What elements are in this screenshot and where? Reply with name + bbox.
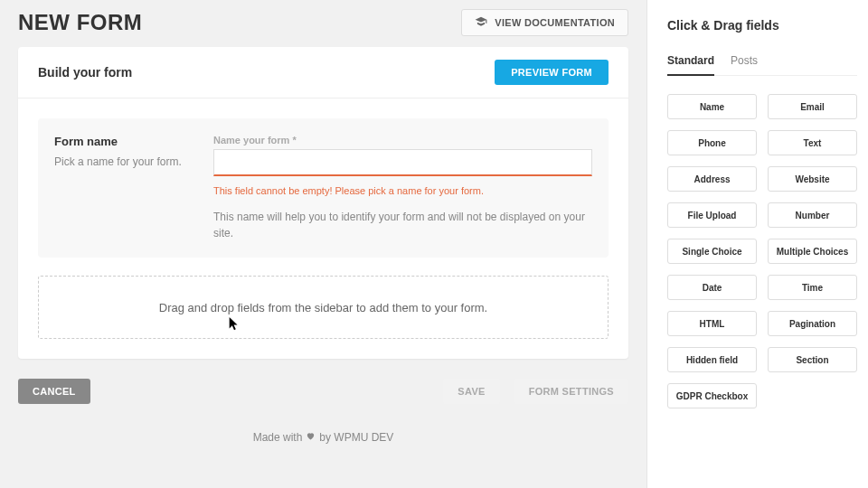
- footer-prefix: Made with: [253, 431, 303, 444]
- field-tile-email[interactable]: Email: [768, 94, 857, 119]
- field-tile-website[interactable]: Website: [768, 166, 857, 192]
- field-tile-single-choice[interactable]: Single Choice: [667, 239, 757, 264]
- form-name-input[interactable]: [213, 149, 592, 176]
- action-buttons: CANCEL SAVE FORM SETTINGS: [18, 379, 628, 404]
- footer-suffix: by WPMU DEV: [319, 431, 393, 444]
- tab-posts[interactable]: Posts: [731, 54, 758, 75]
- card-header: Build your form PREVIEW FORM: [18, 47, 628, 99]
- form-settings-button[interactable]: FORM SETTINGS: [514, 379, 628, 404]
- field-tile-name[interactable]: Name: [667, 94, 757, 119]
- sidebar-tabs: Standard Posts: [667, 54, 857, 76]
- preview-form-button[interactable]: PREVIEW FORM: [495, 60, 609, 85]
- card-title: Build your form: [38, 65, 132, 80]
- field-tile-time[interactable]: Time: [768, 275, 857, 300]
- view-documentation-label: VIEW DOCUMENTATION: [495, 17, 615, 28]
- field-tile-multiple-choices[interactable]: Multiple Choices: [768, 239, 857, 264]
- footer: Made with by WPMU DEV: [18, 431, 628, 444]
- form-name-heading: Form name: [54, 135, 199, 148]
- save-button[interactable]: SAVE: [443, 379, 499, 404]
- form-name-description: Pick a name for your form.: [54, 154, 199, 170]
- field-tile-date[interactable]: Date: [667, 275, 757, 300]
- main-panel: NEW FORM VIEW DOCUMENTATION Build your f…: [0, 0, 646, 488]
- dropzone-text: Drag and drop fields from the sidebar to…: [159, 301, 487, 314]
- cursor-icon: [229, 317, 240, 332]
- field-tile-section[interactable]: Section: [768, 347, 857, 372]
- page-title: NEW FORM: [18, 10, 142, 35]
- field-tile-phone[interactable]: Phone: [667, 130, 757, 155]
- heart-icon: [306, 431, 316, 444]
- fields-dropzone[interactable]: Drag and drop fields from the sidebar to…: [38, 276, 609, 339]
- form-name-block: Form name Pick a name for your form. Nam…: [38, 118, 609, 258]
- form-name-label: Name your form *: [213, 135, 592, 145]
- sidebar-title: Click & Drag fields: [667, 18, 857, 33]
- page-header: NEW FORM VIEW DOCUMENTATION: [18, 9, 628, 36]
- tab-standard[interactable]: Standard: [667, 54, 714, 76]
- field-tile-html[interactable]: HTML: [667, 311, 757, 336]
- field-tile-pagination[interactable]: Pagination: [768, 311, 857, 336]
- builder-card: Build your form PREVIEW FORM Form name P…: [18, 47, 628, 359]
- field-tile-number[interactable]: Number: [768, 202, 857, 228]
- fields-sidebar: Click & Drag fields Standard Posts NameE…: [646, 0, 868, 488]
- view-documentation-button[interactable]: VIEW DOCUMENTATION: [461, 9, 628, 36]
- field-tile-hidden-field[interactable]: Hidden field: [667, 347, 757, 372]
- cancel-button[interactable]: CANCEL: [18, 379, 90, 404]
- field-tile-text[interactable]: Text: [768, 130, 857, 155]
- form-name-hint: This name will help you to identify your…: [213, 209, 592, 241]
- field-tile-gdpr-checkbox[interactable]: GDPR Checkbox: [667, 383, 757, 408]
- field-grid: NameEmailPhoneTextAddressWebsiteFile Upl…: [667, 94, 857, 408]
- field-tile-address[interactable]: Address: [667, 166, 757, 192]
- form-name-error: This field cannot be empty! Please pick …: [213, 185, 592, 196]
- graduation-cap-icon: [475, 15, 487, 30]
- field-tile-file-upload[interactable]: File Upload: [667, 202, 757, 228]
